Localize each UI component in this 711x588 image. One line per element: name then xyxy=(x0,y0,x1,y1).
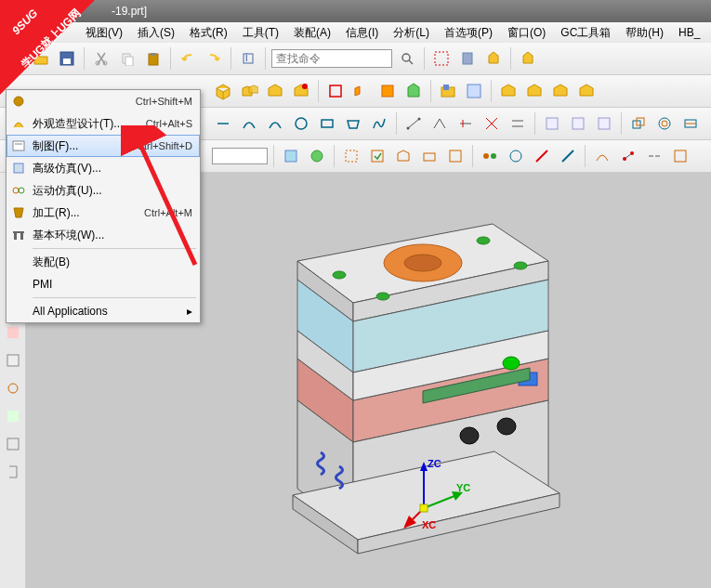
tb4-8[interactable] xyxy=(479,145,501,167)
save-button[interactable] xyxy=(56,47,78,70)
paste-button[interactable] xyxy=(142,47,165,70)
cut-button[interactable] xyxy=(90,47,112,70)
input-field-4[interactable] xyxy=(212,148,268,164)
menu-separator xyxy=(33,297,196,298)
tb3-12[interactable] xyxy=(507,112,529,135)
search-input[interactable] xyxy=(271,49,392,68)
tb3-14[interactable] xyxy=(567,112,589,135)
tb4-3[interactable] xyxy=(340,145,362,167)
tb4-13[interactable] xyxy=(617,145,639,167)
tb3-9[interactable] xyxy=(428,112,451,135)
tb2-9[interactable] xyxy=(437,80,459,102)
menu-tools[interactable]: 工具(T) xyxy=(239,23,283,43)
menu-item-advanced-sim[interactable]: 高级仿真(V)... xyxy=(7,157,200,179)
menu-item-gateway[interactable]: 基本环境(W)... xyxy=(7,224,200,246)
rb-6[interactable] xyxy=(2,321,24,344)
tb4-9[interactable] xyxy=(505,145,527,167)
undo-button[interactable] xyxy=(177,47,199,70)
tb2-6[interactable] xyxy=(350,80,373,102)
tb2-14[interactable] xyxy=(575,80,598,102)
tb3-3[interactable] xyxy=(264,112,286,135)
tb2-7[interactable] xyxy=(376,80,399,102)
rb-8[interactable] xyxy=(2,377,24,399)
tool-a1[interactable] xyxy=(430,47,453,70)
svg-rect-23 xyxy=(467,85,481,98)
copy-button[interactable] xyxy=(116,47,138,70)
tb2-4[interactable] xyxy=(290,80,312,102)
tb3-15[interactable] xyxy=(593,112,615,135)
menu-insert[interactable]: 插入(S) xyxy=(134,23,178,43)
menu-item-manufacturing[interactable]: 加工(R)... Ctrl+Alt+M xyxy=(7,202,200,224)
title-bar: -19.prt] xyxy=(0,0,711,22)
tb3-1[interactable] xyxy=(212,112,234,135)
menu-gc-toolbox[interactable]: GC工具箱 xyxy=(557,23,614,43)
tb4-14[interactable] xyxy=(643,145,665,167)
menu-item-shape-studio[interactable]: 外观造型设计(T)... Ctrl+Alt+S xyxy=(7,112,200,135)
tb4-12[interactable] xyxy=(591,145,613,167)
menu-format[interactable]: 格式(R) xyxy=(186,23,231,43)
info-button[interactable]: i xyxy=(237,47,259,70)
tb4-5[interactable] xyxy=(392,145,415,167)
tb2-13[interactable] xyxy=(549,80,572,102)
tb3-16[interactable] xyxy=(627,112,650,135)
menu-assembly[interactable]: 装配(A) xyxy=(290,23,335,43)
menu-info[interactable]: 信息(I) xyxy=(342,23,382,43)
tb4-10[interactable] xyxy=(531,145,553,167)
menu-item-modeling[interactable]: Ctrl+Shift+M xyxy=(7,90,200,112)
tb2-1[interactable] xyxy=(212,80,234,102)
menu-view[interactable]: 视图(V) xyxy=(82,23,126,43)
tb3-8[interactable] xyxy=(402,112,425,135)
tb3-6[interactable] xyxy=(342,112,364,135)
tool-a4[interactable] xyxy=(517,47,539,70)
menu-window[interactable]: 窗口(O) xyxy=(504,23,549,43)
tool-a3[interactable] xyxy=(482,47,505,70)
tb4-7[interactable] xyxy=(444,145,467,167)
menu-item-assembly[interactable]: 装配(B) xyxy=(7,251,200,273)
tb3-10[interactable] xyxy=(454,112,477,135)
menu-preferences[interactable]: 首选项(P) xyxy=(441,23,496,43)
rb-11[interactable] xyxy=(2,461,24,483)
redo-button[interactable] xyxy=(203,47,225,70)
svg-rect-63 xyxy=(14,163,23,173)
tb2-11[interactable] xyxy=(497,80,520,102)
tb2-3[interactable] xyxy=(264,80,286,102)
tb3-11[interactable] xyxy=(481,112,503,135)
search-button[interactable] xyxy=(396,47,418,70)
tb2-8[interactable] xyxy=(402,80,425,102)
tool-a2[interactable] xyxy=(456,47,479,70)
tb4-15[interactable] xyxy=(669,145,691,167)
menu-analysis[interactable]: 分析(L) xyxy=(389,23,433,43)
open-button[interactable] xyxy=(30,47,52,70)
menu-item-motion-sim[interactable]: 运动仿真(U)... xyxy=(7,179,200,202)
tb2-12[interactable] xyxy=(523,80,546,102)
tb4-6[interactable] xyxy=(418,145,441,167)
tb3-5[interactable] xyxy=(316,112,338,135)
tb4-11[interactable] xyxy=(557,145,579,167)
tb2-10[interactable] xyxy=(463,80,485,102)
tb2-5[interactable] xyxy=(324,80,347,102)
tb3-7[interactable] xyxy=(368,112,390,135)
tb3-18[interactable] xyxy=(679,112,702,135)
rb-9[interactable] xyxy=(2,405,24,427)
svg-line-27 xyxy=(408,119,419,128)
tb4-4[interactable] xyxy=(366,145,388,167)
svg-point-14 xyxy=(402,54,410,61)
tb3-2[interactable] xyxy=(238,112,260,135)
tb3-4[interactable] xyxy=(290,112,312,135)
rb-10[interactable] xyxy=(2,433,24,455)
tb4-1[interactable] xyxy=(280,145,302,167)
rb-7[interactable] xyxy=(2,349,24,372)
mfg-icon xyxy=(10,204,27,221)
tb2-2[interactable] xyxy=(238,80,260,102)
svg-line-56 xyxy=(625,153,632,159)
menu-item-drafting[interactable]: 制图(F)... Ctrl+Shift+D xyxy=(7,135,200,157)
tb3-17[interactable] xyxy=(653,112,676,135)
svg-rect-45 xyxy=(346,150,357,162)
tb4-2[interactable] xyxy=(306,145,328,167)
menu-help[interactable]: 帮助(H) xyxy=(622,23,667,43)
new-button[interactable] xyxy=(4,47,26,70)
menu-item-all-applications[interactable]: All Applications ▸ xyxy=(7,300,200,322)
tb3-13[interactable] xyxy=(541,112,563,135)
menu-item-pmi[interactable]: PMI xyxy=(7,273,200,295)
menu-hb[interactable]: HB_ xyxy=(675,24,704,41)
